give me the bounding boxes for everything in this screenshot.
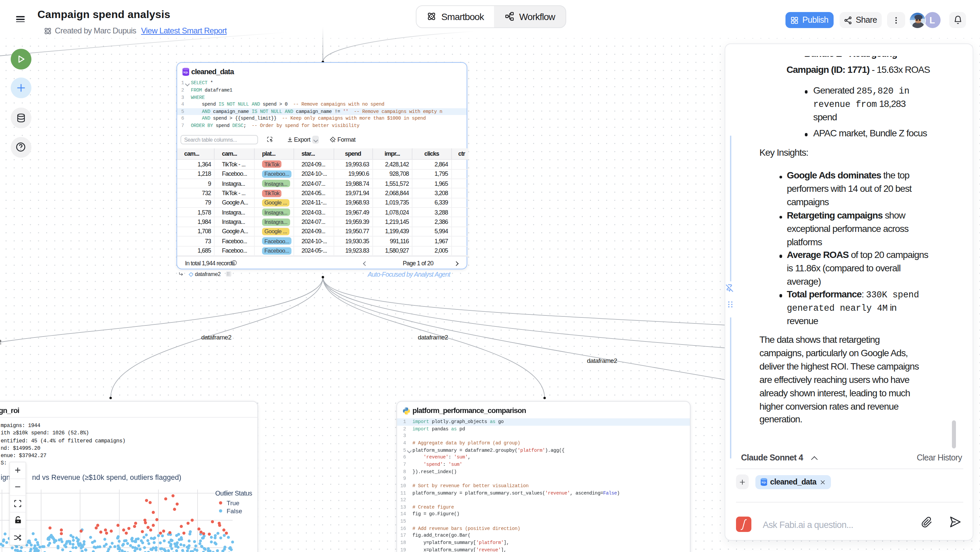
svg-text:nd vs Revenue (≥$10k spend, ou: nd vs Revenue (≥$10k spend, outliers fla… — [32, 473, 181, 481]
svg-text:ign: ign — [1, 473, 10, 481]
svg-text:Outlier Status: Outlier Status — [215, 489, 252, 496]
svg-text:SQL: SQL — [183, 71, 188, 74]
svg-text:True: True — [227, 499, 239, 506]
svg-text:False: False — [227, 507, 242, 514]
svg-text:SQL: SQL — [761, 481, 766, 484]
